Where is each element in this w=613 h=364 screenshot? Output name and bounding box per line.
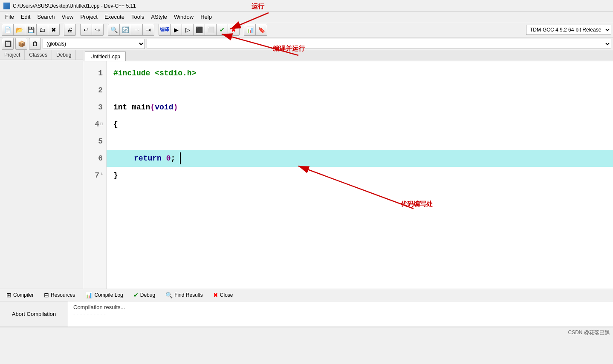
line-num-6: 6 — [83, 150, 106, 167]
side-tab-project[interactable]: Project — [0, 50, 25, 60]
tab-debug[interactable]: ✔ Debug — [129, 290, 160, 300]
status-bar: CSDN @花落已飘 — [0, 327, 613, 338]
menu-help[interactable]: Help — [197, 13, 215, 21]
menu-tools[interactable]: Tools — [128, 13, 147, 21]
menu-bar: File Edit Search View Project Execute To… — [0, 12, 613, 22]
side-tab-debug[interactable]: Debug — [52, 50, 76, 60]
compiler-tab-label: Compiler — [13, 292, 34, 298]
run-compile-button[interactable]: ▶ — [170, 24, 182, 36]
tab-compiler[interactable]: ⊞ Compiler — [2, 290, 38, 300]
print-button[interactable]: 🖨 — [64, 24, 76, 36]
side-panel: Project Classes Debug — [0, 50, 83, 289]
line-num-2: 2 — [83, 82, 106, 99]
abort-compilation-button[interactable]: Abort Compilation — [0, 301, 68, 327]
menu-edit[interactable]: Edit — [17, 13, 34, 21]
main-area: Project Classes Debug Untitled1.cpp 1 2 … — [0, 50, 613, 289]
side-tabs: Project Classes Debug — [0, 50, 83, 60]
menu-project[interactable]: Project — [77, 13, 101, 21]
menu-search[interactable]: Search — [34, 13, 58, 21]
menu-window[interactable]: Window — [171, 13, 197, 21]
line-num-4: 4□ — [83, 116, 106, 133]
compilelog-tab-icon: 📊 — [85, 292, 93, 298]
close2-button[interactable]: ✖ — [228, 24, 240, 36]
code-line-7: } — [107, 167, 613, 184]
code-content[interactable]: #include <stdio.h> int main(void) { retu… — [107, 61, 613, 289]
editor-container: Untitled1.cpp 1 2 3 4□ 5 6 7└ #include <… — [83, 50, 613, 289]
compiler-tab-icon: ⊞ — [6, 292, 12, 298]
replace-button[interactable]: 🔄 — [119, 24, 131, 36]
app-icon — [3, 3, 10, 9]
status-text: CSDN @花落已飘 — [568, 329, 610, 336]
output-line-2: - - - - - - - - - - — [73, 310, 608, 317]
menu-astyle[interactable]: AStyle — [147, 13, 171, 21]
findresults-tab-icon: 🔍 — [165, 292, 173, 298]
open-button[interactable]: 📂 — [13, 24, 25, 36]
menu-file[interactable]: File — [2, 13, 17, 21]
tab-close[interactable]: ✖ Close — [208, 290, 238, 300]
compilation-output: Compilation results... - - - - - - - - -… — [68, 301, 613, 327]
class-icon[interactable]: 📦 — [15, 38, 27, 50]
line-num-5: 5 — [83, 133, 106, 150]
line-num-1: 1 — [83, 65, 106, 82]
secondary-selector[interactable] — [147, 39, 611, 49]
menu-execute[interactable]: Execute — [101, 13, 128, 21]
line-num-7: 7└ — [83, 167, 106, 184]
run-button[interactable]: ▷ — [182, 24, 194, 36]
stop-button[interactable]: ⬜ — [205, 24, 217, 36]
bottom-tabs: ⊞ Compiler ⊟ Resources 📊 Compile Log ✔ D… — [0, 289, 613, 301]
tab-icon[interactable]: 🗒 — [29, 38, 41, 50]
editor-tab-untitled[interactable]: Untitled1.cpp — [85, 52, 126, 61]
compiler-selector[interactable]: TDM-GCC 4.9.2 64-bit Release — [526, 25, 611, 35]
secondary-toolbar: 🔲 📦 🗒 (globals) — [0, 37, 613, 50]
window-title: C:\Users\ASUS\Desktop\Untitled1.cpp - De… — [13, 3, 136, 9]
find-button[interactable]: 🔍 — [108, 24, 120, 36]
undo-button[interactable]: ↩ — [80, 24, 92, 36]
compilelog-tab-label: Compile Log — [94, 292, 123, 298]
proj-icon[interactable]: 🔲 — [2, 38, 14, 50]
chart-button[interactable]: 📊 — [244, 24, 256, 36]
code-line-3: int main(void) — [107, 99, 613, 116]
code-line-4: { — [107, 116, 613, 133]
code-editor[interactable]: 1 2 3 4□ 5 6 7└ #include <stdio.h> int m… — [83, 61, 613, 289]
side-tab-classes[interactable]: Classes — [25, 50, 52, 60]
line-num-3: 3 — [83, 99, 106, 116]
close-tab-label: Close — [220, 292, 233, 298]
findresults-tab-label: Find Results — [174, 292, 203, 298]
debug-button[interactable]: ⬛ — [193, 24, 205, 36]
bookmark-button[interactable]: 🔖 — [255, 24, 267, 36]
main-toolbar: 📄 📂 💾 🗂 ✖ 🖨 ↩ ↪ 🔍 🔄 → ⇥ 编译 ▶ ▷ ⬛ ⬜ ✔ ✖ 📊… — [0, 22, 613, 37]
check-button[interactable]: ✔ — [216, 24, 228, 36]
globals-selector[interactable]: (globals) — [43, 39, 145, 49]
resources-tab-label: Resources — [51, 292, 75, 298]
tab-compile-log[interactable]: 📊 Compile Log — [81, 290, 127, 300]
tab-resources[interactable]: ⊟ Resources — [39, 290, 80, 300]
menu-view[interactable]: View — [58, 13, 77, 21]
debug-tab-icon: ✔ — [133, 292, 139, 298]
code-line-1: #include <stdio.h> — [107, 65, 613, 82]
tab-find-results[interactable]: 🔍 Find Results — [161, 290, 208, 300]
debug-tab-label: Debug — [140, 292, 155, 298]
redo-button[interactable]: ↪ — [92, 24, 104, 36]
bottom-content: Abort Compilation Compilation results...… — [0, 301, 613, 327]
goto-button[interactable]: → — [131, 24, 143, 36]
save-all-button[interactable]: 🗂 — [36, 24, 48, 36]
editor-tabs: Untitled1.cpp — [83, 50, 613, 61]
new-button[interactable]: 📄 — [2, 24, 14, 36]
close-tab-icon: ✖ — [213, 292, 218, 298]
indent-button[interactable]: ⇥ — [142, 24, 154, 36]
close-button[interactable]: ✖ — [48, 24, 60, 36]
compile-button[interactable]: 编译 — [159, 24, 171, 36]
output-line-1: Compilation results... — [73, 304, 608, 310]
resources-tab-icon: ⊟ — [44, 292, 49, 298]
code-line-2 — [107, 82, 613, 99]
code-line-5 — [107, 133, 613, 150]
title-bar: C:\Users\ASUS\Desktop\Untitled1.cpp - De… — [0, 0, 613, 12]
save-button[interactable]: 💾 — [25, 24, 37, 36]
line-numbers: 1 2 3 4□ 5 6 7└ — [83, 61, 107, 289]
code-line-6: return 0; — [107, 150, 613, 167]
